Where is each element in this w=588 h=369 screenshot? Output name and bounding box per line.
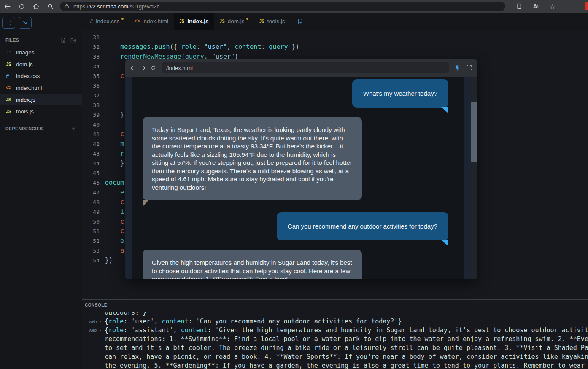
preview-url-text: /index.html xyxy=(166,65,193,71)
favorites-button[interactable]: ☆ xyxy=(544,1,561,12)
code-text: a xyxy=(105,246,124,256)
code-text: c xyxy=(105,226,124,236)
back-arrow-icon xyxy=(130,65,136,71)
sidebar-item-tools.js[interactable]: JStools.js xyxy=(0,105,82,117)
line-number: 46 xyxy=(82,178,100,188)
line-number: 37 xyxy=(82,91,100,100)
code-text: r xyxy=(105,149,124,159)
chat-right-gutter xyxy=(464,77,471,279)
file-name-label: index.css xyxy=(16,73,40,79)
line-number: 33 xyxy=(82,52,100,62)
bubble-tail xyxy=(143,200,149,207)
browser-toolbar: https://v2.scrimba.com/s01gp9vd2h A) ☆ xyxy=(0,0,588,13)
search-button[interactable] xyxy=(43,1,57,12)
document-button[interactable] xyxy=(510,1,527,12)
file-name-label: dom.js xyxy=(16,61,33,67)
search-icon xyxy=(47,3,54,10)
html-file-icon: <> xyxy=(135,18,140,24)
sidebar-item-index.js[interactable]: JSindex.js xyxy=(0,94,82,105)
tab-index.js[interactable]: JSindex.js xyxy=(174,13,214,30)
line-number: 47 xyxy=(82,188,100,197)
home-icon xyxy=(32,3,40,10)
console-line-4: recommendations: 1. **Swimming**: Find a… xyxy=(82,335,588,344)
console-panel[interactable]: CONSOLE outdoors!'}web›{role: 'user', co… xyxy=(82,299,588,369)
fullscreen-preview-button[interactable] xyxy=(465,64,473,72)
sidebar-item-dom.js[interactable]: JSdom.js xyxy=(0,58,82,70)
console-header: CONSOLE xyxy=(82,300,588,308)
tab-dom.js[interactable]: JSdom.js xyxy=(214,13,254,30)
preview-scrollbar-thumb[interactable] xyxy=(471,102,477,162)
js-file-icon: JS xyxy=(6,62,16,67)
console-line-7: the evening. 5. **Gardening**: If you ha… xyxy=(82,361,588,369)
console-line-1: outdoors!'} xyxy=(82,308,588,317)
chat-conversation: What's my weather today?Today in Sugar L… xyxy=(132,77,464,279)
dependencies-label: DEPENDENCIES xyxy=(5,126,43,131)
file-list: imagesJSdom.js#index.css<>index.htmlJSin… xyxy=(0,46,82,117)
code-text: i xyxy=(105,207,124,217)
chat-message-assistant-4: Given the high temperatures and humidity… xyxy=(143,250,362,279)
url-bar[interactable]: https://v2.scrimba.com/s01gp9vd2h xyxy=(60,2,505,11)
preview-nav xyxy=(129,64,157,72)
css-file-icon: # xyxy=(90,18,93,24)
sidebar-item-index.html[interactable]: <>index.html xyxy=(0,82,82,94)
code-line-31[interactable]: 31 xyxy=(82,32,588,42)
console-source-badge: web xyxy=(89,326,97,335)
tab-label: index.css xyxy=(96,18,119,24)
preview-forward-button[interactable] xyxy=(139,64,147,72)
preview-refresh-button[interactable] xyxy=(149,64,157,72)
expand-chevron-icon[interactable]: › xyxy=(99,326,102,335)
code-line-32[interactable]: 32 messages.push({ role: "user", content… xyxy=(82,42,588,52)
forward-arrow-icon xyxy=(140,65,146,71)
expand-chevron-icon[interactable]: › xyxy=(99,317,102,326)
new-file-icon[interactable] xyxy=(60,37,66,43)
toolbar-right-actions: A) ☆ xyxy=(510,1,561,12)
files-header: FILES xyxy=(5,37,76,43)
tab-tools.js[interactable]: JStools.js xyxy=(254,13,291,30)
line-number: 39 xyxy=(82,110,100,120)
pin-icon xyxy=(454,65,460,71)
sidebar-item-images[interactable]: images xyxy=(0,46,82,58)
line-number: 38 xyxy=(82,100,100,110)
collapse-panel-button[interactable] xyxy=(19,17,32,29)
bubble-tail xyxy=(441,107,448,113)
file-name-label: images xyxy=(16,49,35,56)
code-text: e xyxy=(105,236,124,246)
document-icon xyxy=(516,3,522,10)
code-text: } xyxy=(105,110,124,120)
arrow-down-right-icon xyxy=(22,20,28,26)
folder-file-icon xyxy=(6,50,16,55)
line-number: 34 xyxy=(82,62,100,71)
preview-url-field[interactable]: /index.html xyxy=(162,62,449,73)
chat-message-text: Can you recommend any outdoor activities… xyxy=(288,223,437,230)
pin-preview-button[interactable] xyxy=(453,64,461,72)
clipped-extension-icon[interactable] xyxy=(585,2,588,10)
close-panel-button[interactable] xyxy=(2,17,15,29)
tab-index.css[interactable]: #index.css xyxy=(84,13,129,30)
sidebar-item-index.css[interactable]: #index.css xyxy=(0,70,82,82)
refresh-button[interactable] xyxy=(14,1,29,12)
add-dependency-icon[interactable] xyxy=(70,126,76,132)
line-number: 40 xyxy=(82,120,100,129)
tab-bar: #index.css<>index.htmlJSindex.jsJSdom.js… xyxy=(82,13,588,30)
line-number: 36 xyxy=(82,81,100,91)
console-log: outdoors!'}web›{role: 'user', content: '… xyxy=(82,308,588,369)
console-line-3: web›{role: 'assistant', content: 'Given … xyxy=(82,326,588,335)
tab-label: index.js xyxy=(187,18,208,24)
js-file-icon: JS xyxy=(259,19,264,24)
preview-back-button[interactable] xyxy=(129,64,137,72)
modified-dot xyxy=(246,18,248,20)
back-button[interactable] xyxy=(0,1,14,12)
home-button[interactable] xyxy=(29,1,43,12)
js-file-icon: JS xyxy=(179,19,184,24)
new-folder-icon[interactable] xyxy=(70,37,76,43)
console-line-6: can relax, have a picnic, or read a book… xyxy=(82,353,588,361)
new-file-tab-button[interactable] xyxy=(297,13,303,30)
code-text: docum xyxy=(105,178,124,188)
read-aloud-button[interactable]: A) xyxy=(527,1,544,12)
code-text: c xyxy=(105,129,124,139)
chat-message-text: What's my weather today? xyxy=(363,90,437,97)
line-number: 32 xyxy=(82,42,100,52)
tab-label: tools.js xyxy=(267,18,285,24)
line-number: 54 xyxy=(82,256,100,265)
tab-index.html[interactable]: <>index.html xyxy=(129,13,174,30)
